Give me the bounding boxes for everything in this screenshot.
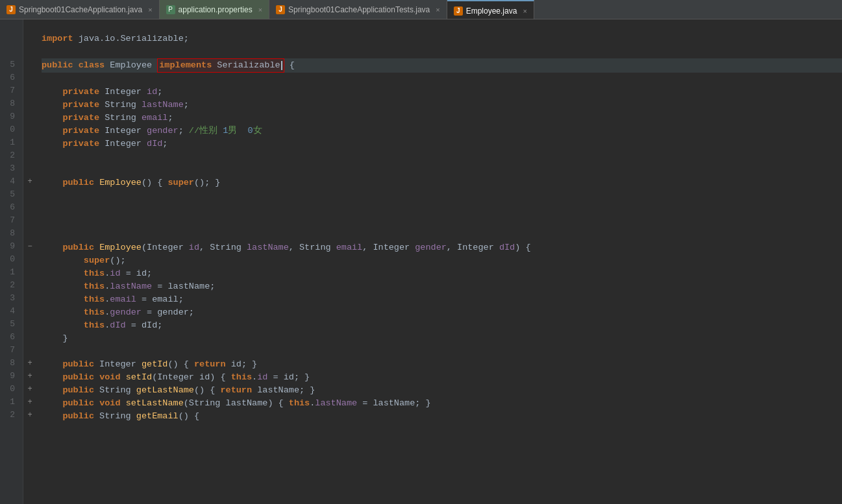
tab-employee-java[interactable]: J Employee.java × — [447, 0, 534, 19]
code-line — [42, 202, 842, 215]
code-line: } — [42, 332, 842, 345]
ln: 7 — [3, 84, 18, 97]
keyword: class — [79, 59, 105, 72]
gutter-cell — [23, 110, 36, 123]
props-icon: P — [166, 5, 175, 14]
code-line: public void setLastName(String lastName)… — [42, 397, 842, 410]
tab-application-properties[interactable]: P application.properties × — [160, 0, 270, 19]
gutter: + − + + + + + — [23, 19, 36, 504]
code-line: public Employee(Integer id, String lastN… — [42, 241, 842, 254]
ln: 1 — [3, 136, 18, 149]
param: id — [189, 241, 199, 254]
code-line: this.dId = dId; — [42, 319, 842, 332]
keyword: private — [62, 112, 99, 125]
code-line — [42, 189, 842, 202]
fold-icon[interactable]: + — [23, 370, 36, 383]
gutter-cell — [23, 266, 36, 279]
keyword: private — [62, 138, 99, 150]
ln: 5 — [3, 318, 18, 331]
keyword: public — [62, 241, 94, 254]
param: lastName — [247, 241, 289, 254]
text-cursor — [281, 61, 282, 70]
ln — [3, 45, 18, 58]
comment: 女 — [253, 125, 262, 138]
ln: 5 — [3, 188, 18, 201]
keyword: public — [62, 371, 94, 384]
code-line: private Integer id; — [42, 86, 842, 99]
field-name: id — [110, 267, 120, 280]
gutter-cell — [23, 32, 36, 45]
ln: 2 — [3, 279, 18, 292]
keyword: return — [220, 384, 252, 397]
field-name: email — [142, 112, 168, 125]
tab-label: Employee.java — [466, 6, 517, 16]
tab-close-icon[interactable]: × — [258, 6, 262, 14]
code-editor[interactable]: 5 6 7 8 9 0 1 2 3 4 5 6 7 8 9 0 1 2 3 4 … — [0, 19, 842, 504]
gutter-cell — [23, 292, 36, 305]
method-name: Employee — [99, 241, 142, 254]
code-line: public String getLastName() { return las… — [42, 384, 842, 397]
ln: 1 — [3, 396, 18, 409]
tab-label: Springboot01CacheApplicationTests.java — [288, 5, 430, 14]
ln: 5 — [3, 58, 18, 71]
param: dId — [499, 241, 515, 254]
code-line-class-decl: public class Employee implements Seriali… — [42, 58, 842, 73]
tab-springboot-cache[interactable]: J Springboot01CacheApplication.java × — [0, 0, 160, 19]
code-line — [42, 45, 842, 58]
java-icon: J — [6, 5, 16, 14]
ln: 8 — [3, 357, 18, 370]
keyword: private — [62, 99, 99, 112]
fold-icon[interactable]: + — [23, 357, 36, 370]
ln: 6 — [3, 331, 18, 344]
gutter-cell — [23, 305, 36, 318]
tab-close-icon[interactable]: × — [148, 6, 152, 14]
tab-close-icon[interactable]: × — [436, 6, 440, 14]
code-line — [42, 163, 842, 176]
ln: 8 — [3, 97, 18, 110]
fold-icon[interactable]: − — [23, 240, 36, 253]
code-lines: import java.io.Serializable; public clas… — [36, 19, 842, 504]
code-line: public Integer getId() { return id; } — [42, 358, 842, 371]
gutter-cell — [23, 84, 36, 97]
code-line: this.gender = gender; — [42, 306, 842, 319]
keyword: public — [62, 176, 94, 189]
code-line: import java.io.Serializable; — [42, 32, 842, 45]
fold-icon[interactable]: + — [23, 175, 36, 188]
ln: 3 — [3, 292, 18, 305]
ln: 4 — [3, 305, 18, 318]
ln: 3 — [3, 162, 18, 175]
this-keyword: this — [289, 397, 310, 410]
number: 0 — [247, 125, 253, 138]
field-name: id — [257, 371, 267, 384]
ln: 9 — [3, 370, 18, 383]
code-line — [42, 215, 842, 228]
code-line — [42, 150, 842, 163]
method-name: getEmail — [136, 410, 179, 423]
tab-springboot-tests[interactable]: J Springboot01CacheApplicationTests.java… — [269, 0, 447, 19]
gutter-cell — [23, 331, 36, 344]
code-line: private String email; — [42, 112, 842, 125]
gutter-cell — [23, 227, 36, 240]
keyword: import — [42, 32, 73, 45]
field-name: lastName — [110, 280, 152, 293]
gutter-cell — [23, 71, 36, 84]
gutter-cell — [23, 201, 36, 214]
fold-icon[interactable]: + — [23, 396, 36, 409]
code-content: 5 6 7 8 9 0 1 2 3 4 5 6 7 8 9 0 1 2 3 4 … — [0, 19, 842, 504]
comment: 男 — [228, 125, 247, 138]
highlight-box: implements Serializable — [157, 58, 284, 73]
keyword: public — [62, 358, 94, 371]
keyword: private — [62, 125, 99, 138]
code-line — [42, 19, 842, 32]
keyword-implements: implements — [159, 60, 212, 70]
gutter-cell — [23, 45, 36, 58]
fold-icon[interactable]: + — [23, 409, 36, 422]
tab-close-icon[interactable]: × — [523, 7, 526, 15]
code-line: super(); — [42, 254, 842, 267]
this-keyword: this — [84, 293, 105, 306]
gutter-cell — [23, 214, 36, 227]
fold-icon[interactable]: + — [23, 383, 36, 396]
java-icon: J — [454, 6, 463, 16]
code-line: this.email = email; — [42, 293, 842, 306]
this-keyword: this — [84, 280, 105, 293]
